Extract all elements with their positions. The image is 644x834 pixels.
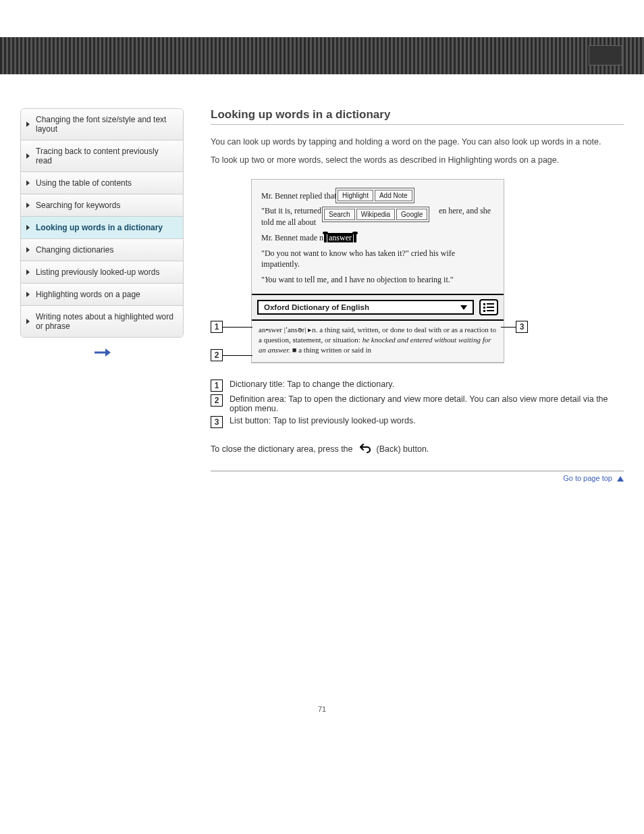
nav-item-label: Tracing back to content previously read	[36, 147, 159, 165]
selection-handle-right[interactable]	[354, 234, 356, 242]
ereader-para-4: "Do you not want to know who has taken i…	[261, 248, 494, 271]
ereader-screenshot: Mr. Bennet replied that Highlight Add No…	[251, 179, 504, 363]
highlight-button[interactable]: Highlight	[338, 190, 373, 201]
legend-text-1: Dictionary title: Tap to change the dict…	[230, 380, 394, 389]
callout-1-line	[223, 327, 252, 328]
dictionary-bar: Oxford Dictionary of English	[252, 294, 504, 321]
nav-item-trace[interactable]: Tracing back to content previously read	[21, 140, 183, 172]
search-button[interactable]: Search	[324, 209, 355, 220]
definition-area[interactable]: an•swer |ˈansər| ▸n. a thing said, writt…	[252, 321, 504, 363]
nav-next-arrow[interactable]	[20, 347, 184, 357]
header-bar	[0, 37, 644, 74]
diagram: 1 2 3 Mr. Bennet replied that Highlight …	[211, 179, 528, 363]
legend-row-1: 1 Dictionary title: Tap to change the di…	[211, 380, 624, 392]
nav-item-highlight[interactable]: Highlighting words on a page	[21, 284, 183, 306]
intro-para-1: You can look up words by tapping and hol…	[211, 136, 624, 149]
nav-item-font[interactable]: Changing the font size/style and text la…	[21, 109, 183, 140]
nav-item-label: Changing the font size/style and text la…	[36, 115, 166, 134]
up-triangle-icon	[617, 476, 624, 481]
ereader-para-3: Mr. Bennet made nanswer	[261, 232, 494, 244]
wikipedia-button[interactable]: Wikipedia	[356, 209, 395, 220]
header-badge	[589, 45, 622, 66]
main-content: Looking up words in a dictionary You can…	[211, 108, 624, 482]
nav-item-label: Searching for keywords	[36, 201, 120, 210]
callout-2-line	[223, 355, 252, 356]
top-link-row: Go to page top	[211, 471, 624, 482]
nav-item-change-dict[interactable]: Changing dictionaries	[21, 239, 183, 261]
back-icon	[358, 442, 371, 458]
nav-item-label: Changing dictionaries	[36, 245, 113, 255]
page-number: 71	[0, 705, 644, 733]
callout-3: 3	[516, 321, 528, 333]
nav-item-label: Looking up words in a dictionary	[36, 223, 163, 232]
legend-text-3: List button: Tap to list previously look…	[230, 416, 416, 425]
intro-text: You can look up words by tapping and hol…	[211, 136, 624, 167]
nav-item-label: Listing previously looked-up words	[36, 267, 159, 277]
callout-1: 1	[211, 321, 223, 333]
section-title: Looking up words in a dictionary	[211, 108, 624, 125]
legend-number-2: 2	[211, 394, 223, 407]
selection-popup-row1: Highlight Add Note	[336, 188, 414, 203]
google-button[interactable]: Google	[396, 209, 427, 220]
nav-item-label: Highlighting words on a page	[36, 290, 140, 299]
nav-item-search[interactable]: Searching for keywords	[21, 194, 183, 217]
nav-item-label: Using the table of contents	[36, 178, 132, 188]
dictionary-select[interactable]: Oxford Dictionary of English	[257, 300, 474, 315]
chevron-down-icon	[460, 305, 467, 310]
list-button[interactable]	[479, 299, 498, 315]
legend-text-2: Definition area: Tap to open the diction…	[230, 394, 624, 413]
legend-number-1: 1	[211, 380, 223, 392]
nav-item-dictionary[interactable]: Looking up words in a dictionary	[21, 217, 183, 239]
selection-popup-row2: Search Wikipedia Google	[322, 207, 429, 222]
sidebar: Changing the font size/style and text la…	[20, 108, 184, 482]
close-note: To close the dictionary area, press the …	[211, 442, 624, 458]
add-note-button[interactable]: Add Note	[375, 190, 412, 201]
dictionary-title: Oxford Dictionary of English	[264, 303, 369, 311]
svg-marker-1	[105, 348, 111, 357]
nav-item-lookup-history[interactable]: Listing previously looked-up words	[21, 261, 183, 284]
legend: 1 Dictionary title: Tap to change the di…	[211, 380, 624, 428]
nav-list: Changing the font size/style and text la…	[20, 108, 184, 338]
ereader-para-5: "You want to tell me, and I have no obje…	[261, 274, 494, 286]
selection-handle-left[interactable]	[324, 234, 327, 242]
legend-row-2: 2 Definition area: Tap to open the dicti…	[211, 394, 624, 413]
callout-3-line	[501, 327, 516, 328]
nav-item-toc[interactable]: Using the table of contents	[21, 172, 183, 194]
legend-number-3: 3	[211, 416, 223, 428]
legend-row-3: 3 List button: Tap to list previously lo…	[211, 416, 624, 428]
intro-para-2: To look up two or more words, select the…	[211, 154, 624, 167]
go-top-link[interactable]: Go to page top	[563, 474, 624, 482]
nav-item-label: Writing notes about a highlighted word o…	[36, 312, 173, 331]
nav-item-notes[interactable]: Writing notes about a highlighted word o…	[21, 306, 183, 337]
selected-word[interactable]: answer	[327, 233, 353, 242]
callout-2: 2	[211, 349, 223, 361]
